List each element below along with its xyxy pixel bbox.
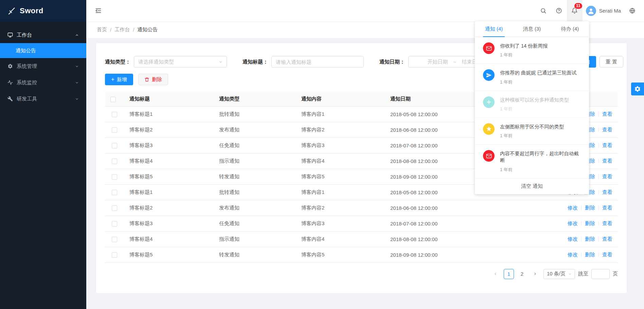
cell-title: 博客标题2 [124, 122, 214, 138]
divider [581, 221, 582, 226]
menu-fold-icon[interactable] [95, 0, 109, 21]
help-icon[interactable] [551, 0, 567, 21]
next-page-button[interactable] [530, 269, 540, 279]
row-checkbox[interactable] [112, 174, 117, 180]
cell-content: 博客内容5 [296, 247, 385, 262]
edit-link[interactable]: 修改 [568, 252, 578, 257]
jump-page-input[interactable] [591, 269, 610, 279]
cell-title: 博客标题2 [124, 200, 214, 216]
notification-body: 这种模板可以区分多种通知类型 1 年前 [500, 96, 581, 112]
view-link[interactable]: 查看 [602, 205, 612, 211]
breadcrumb-home[interactable]: 首页 [97, 26, 107, 33]
app-logo[interactable]: Sword [0, 0, 86, 21]
avatar [586, 6, 596, 16]
notification-item[interactable]: 你推荐的 曲妮妮 已通过第三轮面试 1 年前 [475, 64, 589, 91]
user-menu[interactable]: Serati Ma [583, 0, 624, 21]
edit-link[interactable]: 修改 [568, 205, 578, 211]
breadcrumb-workbench[interactable]: 工作台 [114, 26, 130, 33]
send-icon [483, 69, 495, 81]
notification-item[interactable]: 左侧图标用于区分不同的类型 1 年前 [475, 118, 589, 145]
row-checkbox[interactable] [112, 112, 117, 117]
prev-page-button[interactable] [490, 269, 501, 279]
cell-title: 博客标题3 [124, 138, 214, 153]
cell-type: 发布通知 [214, 122, 296, 138]
cell-title: 博客标题4 [124, 153, 214, 169]
sidebar-item-system-management[interactable]: 系统管理 [0, 58, 86, 74]
view-link[interactable]: 查看 [602, 220, 612, 226]
sidebar-item-notice[interactable]: 通知公告 [0, 43, 86, 58]
edit-link[interactable]: 修改 [568, 236, 578, 242]
notice-type-placeholder: 请选择通知类型 [138, 59, 174, 65]
add-button[interactable]: + 新增 [105, 74, 133, 85]
row-checkbox[interactable] [112, 190, 117, 195]
globe-icon[interactable] [624, 0, 640, 21]
sidebar-item-system-monitor[interactable]: 系统监控 [0, 74, 86, 91]
view-link[interactable]: 查看 [602, 174, 612, 179]
sidebar-item-dev-tools[interactable]: 研发工具 [0, 91, 86, 107]
notification-body: 内容不要超过两行字，超出时自动截断 1 年前 [500, 150, 581, 173]
notification-time: 1 年前 [500, 52, 581, 58]
cell-title: 博客标题5 [124, 169, 214, 184]
wrench-icon [7, 96, 13, 102]
mail-icon [483, 150, 495, 162]
cell-type: 任免通知 [214, 216, 296, 231]
row-checkbox[interactable] [112, 143, 117, 148]
select-all-checkbox[interactable] [110, 97, 116, 102]
cell-content: 博客内容2 [296, 200, 385, 216]
sidebar-item-label: 系统管理 [17, 63, 75, 70]
notifications-bell[interactable]: 11 [567, 0, 583, 21]
notification-body: 你收到了 14 份新周报 1 年前 [500, 42, 581, 58]
date-start-placeholder: 开始日期 [428, 59, 448, 65]
tab-todos[interactable]: 待办 (4) [551, 21, 589, 37]
row-checkbox[interactable] [112, 252, 117, 258]
header: 11 Serati Ma [86, 0, 644, 21]
reset-button[interactable]: 重 置 [600, 56, 623, 68]
view-link[interactable]: 查看 [602, 189, 612, 195]
breadcrumb-separator: / [133, 27, 134, 33]
row-checkbox[interactable] [112, 205, 117, 211]
view-link[interactable]: 查看 [602, 158, 612, 164]
gear-icon [634, 86, 641, 92]
search-icon[interactable] [536, 0, 551, 21]
delete-button[interactable]: 删除 [138, 74, 168, 85]
notification-item[interactable]: 内容不要超过两行字，超出时自动截断 1 年前 [475, 145, 589, 179]
row-checkbox[interactable] [112, 159, 117, 164]
trash-icon [144, 77, 149, 82]
row-checkbox[interactable] [112, 127, 117, 133]
remove-link[interactable]: 删除 [585, 205, 595, 211]
sidebar-item-workbench[interactable]: 工作台 [0, 27, 86, 43]
cell-content: 博客内容5 [296, 169, 385, 184]
page-size-select[interactable]: 10 条/页 [543, 269, 575, 279]
view-link[interactable]: 查看 [602, 252, 612, 257]
page-2-button[interactable]: 2 [517, 269, 527, 279]
notification-title: 这种模板可以区分多种通知类型 [500, 96, 581, 103]
view-link[interactable]: 查看 [602, 111, 612, 117]
notification-item[interactable]: 这种模板可以区分多种通知类型 1 年前 [475, 91, 589, 118]
divider [598, 143, 599, 148]
divider [581, 237, 582, 241]
page-1-button[interactable]: 1 [504, 269, 514, 279]
remove-link[interactable]: 删除 [585, 252, 595, 257]
edit-link[interactable]: 修改 [568, 220, 578, 226]
view-link[interactable]: 查看 [602, 236, 612, 242]
divider [598, 237, 599, 241]
tab-messages[interactable]: 消息 (3) [513, 21, 551, 37]
notification-item[interactable]: 你收到了 14 份新周报 1 年前 [475, 37, 589, 64]
notice-date-label: 通知日期： [379, 59, 405, 65]
row-checkbox[interactable] [112, 221, 117, 226]
row-checkbox[interactable] [112, 237, 117, 242]
notice-type-select[interactable]: 请选择通知类型 [134, 56, 227, 68]
notification-body: 你推荐的 曲妮妮 已通过第三轮面试 1 年前 [500, 69, 581, 85]
remove-link[interactable]: 删除 [585, 236, 595, 242]
remove-link[interactable]: 删除 [585, 220, 595, 226]
settings-drawer-button[interactable] [631, 83, 644, 95]
notification-title: 你推荐的 曲妮妮 已通过第三轮面试 [500, 69, 581, 76]
tab-notifications[interactable]: 通知 (4) [475, 21, 513, 37]
clear-notifications-button[interactable]: 清空 通知 [475, 179, 589, 194]
notice-title-input[interactable] [271, 56, 364, 68]
notice-title-label: 通知标题： [243, 59, 268, 65]
divider [598, 252, 599, 257]
desktop-icon [7, 32, 13, 38]
view-link[interactable]: 查看 [602, 127, 612, 132]
view-link[interactable]: 查看 [602, 142, 612, 148]
